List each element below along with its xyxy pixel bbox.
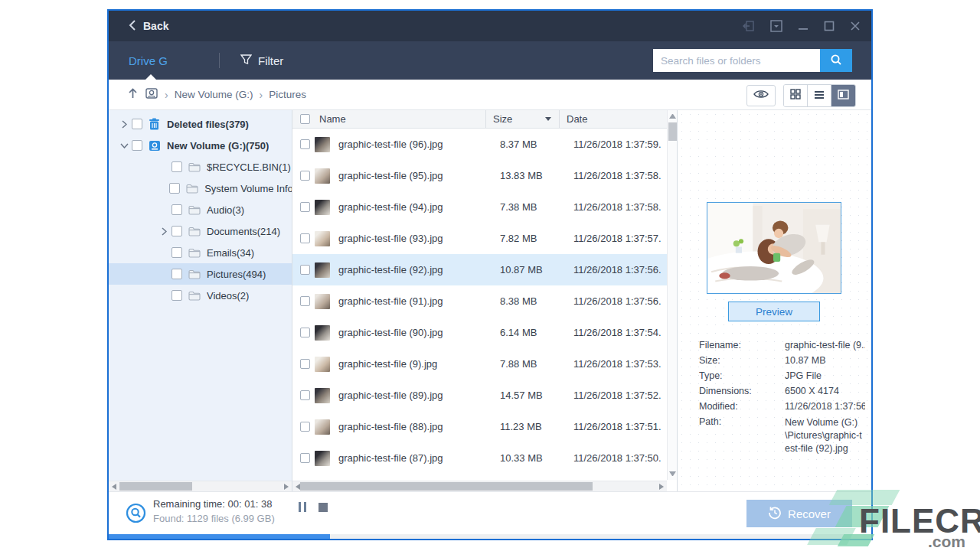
- file-date: 11/26/2018 1:37:56.: [567, 264, 667, 276]
- table-row[interactable]: graphic-test-file (9).jpg 7.88 MB 11/26/…: [292, 348, 677, 380]
- checkbox[interactable]: [300, 359, 310, 369]
- table-row[interactable]: graphic-test-file (88).jpg 11.23 MB 11/2…: [292, 411, 677, 442]
- list-horizontal-scrollbar[interactable]: [292, 481, 667, 491]
- maximize-icon[interactable]: [824, 21, 835, 31]
- checkbox[interactable]: [300, 202, 310, 212]
- tree-item[interactable]: Pictures(494): [109, 263, 292, 285]
- checkbox[interactable]: [132, 119, 142, 129]
- expand-chevron-icon[interactable]: [158, 227, 170, 236]
- pause-button[interactable]: [299, 502, 309, 513]
- file-size: 7.82 MB: [493, 233, 567, 244]
- checkbox[interactable]: [300, 233, 310, 243]
- checkbox[interactable]: [172, 269, 182, 279]
- scrollbar-thumb[interactable]: [668, 122, 677, 141]
- tree-item[interactable]: Documents(214): [109, 220, 292, 242]
- checkbox[interactable]: [300, 139, 310, 149]
- checkbox[interactable]: [300, 171, 310, 181]
- detail-value: 10.87 MB: [785, 355, 865, 366]
- search-button[interactable]: [820, 49, 852, 72]
- checkbox[interactable]: [300, 390, 310, 400]
- table-row[interactable]: graphic-test-file (95).jpg 13.83 MB 11/2…: [292, 160, 677, 191]
- tree-item[interactable]: Deleted files(379): [109, 113, 292, 135]
- checkbox[interactable]: [300, 265, 310, 275]
- preview-button[interactable]: Preview: [728, 302, 820, 321]
- file-list-panel: Name Size Date graphic-test-file (96).jp…: [292, 110, 677, 491]
- breadcrumb-item-pictures[interactable]: Pictures: [269, 89, 306, 100]
- detail-row: Dimensions: 6500 X 4174: [699, 386, 865, 396]
- file-size: 10.87 MB: [493, 264, 567, 276]
- tree-item[interactable]: System Volume Informa: [109, 178, 292, 199]
- table-row[interactable]: graphic-test-file (90).jpg 6.14 MB 11/26…: [292, 317, 677, 348]
- back-label: Back: [143, 20, 168, 32]
- scroll-right-icon[interactable]: [659, 484, 664, 490]
- checkbox[interactable]: [169, 183, 180, 194]
- checkbox[interactable]: [300, 422, 310, 432]
- table-row[interactable]: graphic-test-file (92).jpg 10.87 MB 11/2…: [292, 254, 677, 285]
- file-date: 11/26/2018 1:37:54.: [567, 327, 667, 338]
- tree-item-label: Emails(34): [207, 247, 254, 259]
- view-switcher: [783, 84, 856, 107]
- table-header: Name Size Date: [292, 110, 677, 129]
- search-input[interactable]: [653, 49, 820, 72]
- tree-item[interactable]: $RECYCLE.BIN(1): [109, 156, 292, 178]
- tree-item[interactable]: Emails(34): [109, 242, 292, 263]
- preview-eye-button[interactable]: [746, 85, 776, 106]
- list-vertical-scrollbar[interactable]: [667, 110, 677, 480]
- file-size: 13.83 MB: [493, 170, 567, 181]
- detail-view-button[interactable]: [831, 85, 855, 106]
- scroll-left-icon[interactable]: [112, 484, 116, 490]
- table-row[interactable]: graphic-test-file (89).jpg 14.57 MB 11/2…: [292, 380, 677, 411]
- file-name: graphic-test-file (9).jpg: [338, 358, 493, 370]
- table-row[interactable]: graphic-test-file (93).jpg 7.82 MB 11/26…: [292, 223, 677, 254]
- detail-label: Path:: [699, 416, 785, 455]
- select-all-checkbox[interactable]: [300, 114, 310, 124]
- checkbox[interactable]: [300, 453, 310, 463]
- tree-item-label: $RECYCLE.BIN(1): [207, 161, 291, 173]
- header: Drive G Filter: [109, 41, 871, 80]
- checkbox[interactable]: [172, 290, 182, 301]
- export-icon[interactable]: [743, 20, 755, 32]
- close-icon[interactable]: [850, 21, 861, 31]
- stop-button[interactable]: [318, 503, 328, 512]
- tree-item[interactable]: New Volume (G:)(750): [109, 135, 292, 156]
- checkbox[interactable]: [172, 161, 182, 172]
- table-row[interactable]: graphic-test-file (94).jpg 7.38 MB 11/26…: [292, 191, 677, 223]
- scrollbar-thumb[interactable]: [119, 482, 192, 491]
- column-header-name[interactable]: Name: [319, 113, 346, 125]
- table-row[interactable]: graphic-test-file (87).jpg 10.33 MB 11/2…: [292, 442, 677, 474]
- breadcrumb-bar: › New Volume (G:) › Pictures: [109, 80, 871, 110]
- tree-item[interactable]: Videos(2): [109, 285, 292, 306]
- up-arrow-icon[interactable]: [127, 87, 139, 102]
- drive-location-icon[interactable]: [145, 87, 158, 102]
- column-header-date[interactable]: Date: [567, 113, 587, 125]
- list-view-button[interactable]: [808, 85, 831, 106]
- detail-value: 11/26/2018 1:37:56...: [785, 401, 865, 412]
- filter-button[interactable]: Filter: [240, 41, 283, 80]
- scroll-up-icon[interactable]: [669, 114, 676, 119]
- table-row[interactable]: graphic-test-file (96).jpg 8.37 MB 11/26…: [292, 129, 677, 160]
- column-header-size[interactable]: Size: [493, 113, 512, 125]
- scroll-right-icon[interactable]: [284, 484, 289, 490]
- table-row[interactable]: graphic-test-file (91).jpg 8.38 MB 11/26…: [292, 285, 677, 317]
- minimize-icon[interactable]: [798, 21, 808, 31]
- checkbox[interactable]: [172, 204, 182, 215]
- checkbox[interactable]: [172, 247, 182, 258]
- dropdown-menu-icon[interactable]: [770, 20, 782, 32]
- filter-label: Filter: [258, 54, 283, 67]
- file-thumbnail: [315, 200, 330, 215]
- tree-horizontal-scrollbar[interactable]: [109, 481, 292, 491]
- scrollbar-thumb[interactable]: [300, 482, 593, 491]
- expand-chevron-icon[interactable]: [118, 143, 130, 148]
- expand-chevron-icon[interactable]: [118, 120, 130, 129]
- checkbox[interactable]: [300, 296, 310, 306]
- size-filter-caret-icon[interactable]: [545, 117, 551, 121]
- checkbox[interactable]: [172, 226, 182, 236]
- breadcrumb-item-volume[interactable]: New Volume (G:): [175, 89, 253, 100]
- scroll-down-icon[interactable]: [669, 471, 676, 476]
- grid-view-button[interactable]: [784, 85, 808, 106]
- back-button[interactable]: Back: [129, 20, 168, 33]
- checkbox[interactable]: [300, 328, 310, 337]
- tree-item[interactable]: Audio(3): [109, 199, 292, 220]
- file-name: graphic-test-file (91).jpg: [338, 295, 493, 307]
- checkbox[interactable]: [132, 140, 142, 151]
